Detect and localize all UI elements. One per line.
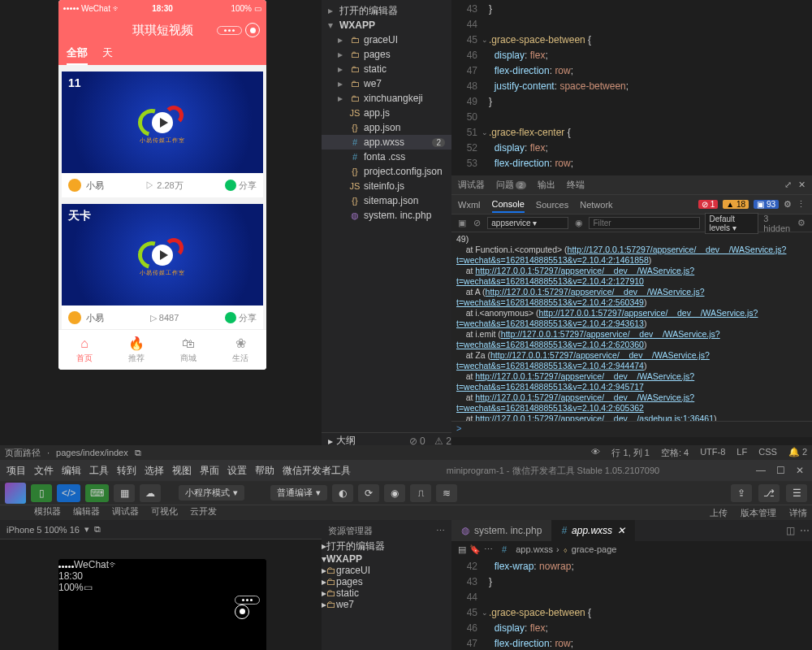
- visual-toggle[interactable]: ▦: [114, 484, 135, 502]
- tab-debugger[interactable]: 调试器: [458, 179, 485, 191]
- file-item[interactable]: JSapp.js: [322, 106, 451, 120]
- menu-item[interactable]: 编辑: [62, 464, 81, 478]
- levels-select[interactable]: Default levels ▾: [705, 213, 758, 234]
- section-root[interactable]: ▾WXAPP: [322, 18, 451, 32]
- panel-network[interactable]: Network: [580, 197, 612, 212]
- menu-item[interactable]: 界面: [200, 464, 219, 478]
- mode-select[interactable]: 小程序模式 ▾: [179, 485, 244, 500]
- file-item[interactable]: JSsiteinfo.js: [322, 179, 451, 193]
- menu-item[interactable]: 项目: [6, 464, 26, 478]
- split-icon[interactable]: ◫: [783, 525, 797, 536]
- expand-icon[interactable]: ⤢: [784, 180, 792, 190]
- menu-item[interactable]: 设置: [227, 464, 247, 478]
- info-badge[interactable]: ▣ 93: [754, 200, 779, 209]
- eye-icon[interactable]: ◉: [573, 218, 584, 228]
- menu-icon[interactable]: [217, 26, 242, 35]
- copy-icon[interactable]: ⧉: [135, 448, 141, 458]
- folder-item[interactable]: ▸🗀we7: [322, 599, 451, 610]
- menu-item[interactable]: 视图: [172, 464, 192, 478]
- folder-item[interactable]: ▸🗀static: [322, 587, 451, 599]
- more-icon[interactable]: ⋯: [797, 525, 812, 536]
- sidebar-toggle-icon[interactable]: ▣: [456, 218, 467, 228]
- more-icon[interactable]: ⋯: [436, 526, 445, 536]
- minimize-icon[interactable]: —: [755, 465, 767, 476]
- warn-badge[interactable]: ▲ 18: [723, 200, 749, 209]
- tab-terminal[interactable]: 终端: [567, 179, 585, 191]
- menu-item[interactable]: 文件: [34, 464, 54, 478]
- tab-output[interactable]: 输出: [538, 179, 555, 191]
- filter-input[interactable]: [589, 217, 700, 229]
- upload-button[interactable]: ⇪: [731, 484, 752, 502]
- devtools-panels[interactable]: Wxml Console Sources Network ⊘ 1 ▲ 18 ▣ …: [451, 195, 812, 214]
- wechat-icon[interactable]: [225, 312, 236, 323]
- folder-item[interactable]: ▸🗀pages: [322, 576, 451, 587]
- details-button[interactable]: ☰: [786, 484, 807, 502]
- bookmark-icon[interactable]: 🔖: [469, 544, 481, 555]
- bell-icon[interactable]: 🔔 2: [788, 447, 807, 459]
- gutter-icon[interactable]: ▤: [458, 544, 466, 555]
- eye-icon[interactable]: 👁: [591, 447, 600, 459]
- remote-debug-button[interactable]: ⎍: [410, 484, 431, 502]
- code-editor-2[interactable]: 42 flex-wrap: nowrap;43}4445⌄.grace-spac…: [451, 557, 812, 650]
- page-path[interactable]: pages/index/index: [56, 448, 128, 457]
- encoding[interactable]: UTF-8: [700, 447, 725, 459]
- compile-button[interactable]: ◐: [332, 484, 353, 502]
- file-explorer-2[interactable]: 资源管理器⋯ ▸打开的编辑器 ▾WXAPP ▸🗀graceUI▸🗀pages▸🗀…: [322, 520, 451, 650]
- tab-bar[interactable]: ⌂首页🔥推荐🛍商城❀生活: [58, 329, 266, 370]
- gear-icon[interactable]: ⚙: [784, 199, 792, 210]
- wechat-icon[interactable]: [225, 180, 236, 191]
- file-item[interactable]: {}sitemap.json: [322, 193, 451, 208]
- file-item[interactable]: #app.wxss2: [322, 135, 451, 150]
- section-open-editors[interactable]: ▸打开的编辑器: [322, 3, 451, 18]
- editor-toggle[interactable]: </>: [57, 484, 80, 502]
- folder-item[interactable]: ▸🗀we7: [322, 76, 451, 91]
- debugger-toggle[interactable]: ⌨: [85, 484, 109, 502]
- clear-cache-button[interactable]: ≋: [436, 484, 457, 502]
- tabbar-item[interactable]: ❀生活: [214, 330, 266, 370]
- version-button[interactable]: ⎇: [758, 484, 780, 502]
- tab-problems[interactable]: 问题2: [496, 179, 526, 191]
- toolbar[interactable]: ▯ </> ⌨ ▦ ☁ 小程序模式 ▾ 普通编译 ▾ ◐ ⟳ ◉ ⎍ ≋ ⇪ ⎇…: [0, 481, 812, 505]
- menu-item[interactable]: 转到: [117, 464, 136, 478]
- more-icon[interactable]: ⋮: [797, 199, 806, 210]
- devtools-panel[interactable]: 调试器 问题2 输出 终端 ⤢✕ Wxml Console Sources Ne…: [451, 176, 812, 437]
- avatar[interactable]: [68, 179, 81, 192]
- menu-item[interactable]: 选择: [145, 464, 164, 478]
- context-select[interactable]: appservice ▾: [487, 217, 568, 229]
- folder-item[interactable]: ▸🗀graceUI: [322, 565, 451, 576]
- gear-icon[interactable]: ⚙: [797, 218, 807, 228]
- refresh-button[interactable]: ⟳: [358, 484, 379, 502]
- maximize-icon[interactable]: ☐: [775, 465, 786, 476]
- folder-item[interactable]: ▸🗀pages: [322, 47, 451, 62]
- console-filter-bar[interactable]: ▣ ⊘ appservice ▾ ◉ Default levels ▾ 3 hi…: [451, 214, 812, 232]
- menu-bar[interactable]: 项目文件编辑工具转到选择视图界面设置帮助微信开发者工具 miniprogram-…: [0, 460, 812, 481]
- eol[interactable]: LF: [736, 447, 747, 459]
- panel-console[interactable]: Console: [492, 197, 525, 213]
- tab-all[interactable]: 全部: [67, 46, 88, 65]
- folder-item[interactable]: ▸🗀xinchuangkeji: [322, 91, 451, 106]
- video-card[interactable]: 天卡 小易传媒工作室 小易 ▷ 8487 分享: [62, 204, 263, 329]
- breadcrumb[interactable]: ▤ 🔖 ⋯ # app.wxss › ⬨ grace-page: [451, 541, 812, 557]
- file-explorer[interactable]: ▸打开的编辑器 ▾WXAPP ▸🗀graceUI▸🗀pages▸🗀static▸…: [322, 0, 451, 445]
- cloud-toggle[interactable]: ☁: [140, 484, 161, 502]
- console-prompt[interactable]: >: [451, 421, 812, 437]
- simulator-toggle[interactable]: ▯: [31, 484, 52, 502]
- menu-item[interactable]: 微信开发者工具: [283, 464, 351, 478]
- preview-button[interactable]: ◉: [384, 484, 405, 502]
- file-item[interactable]: {}project.config.json: [322, 164, 451, 179]
- close-icon[interactable]: [245, 23, 260, 37]
- more-icon[interactable]: ⋯: [484, 544, 493, 555]
- clear-icon[interactable]: ⊘: [472, 218, 482, 228]
- panel-wxml[interactable]: Wxml: [458, 197, 481, 212]
- avatar[interactable]: [68, 311, 81, 324]
- devtools-tabs[interactable]: 调试器 问题2 输出 终端 ⤢✕: [451, 176, 812, 195]
- code-editor[interactable]: 43}4445⌄.grace-space-between {46 display…: [451, 0, 812, 176]
- tabbar-item[interactable]: ⌂首页: [58, 330, 110, 370]
- tabbar-item[interactable]: 🛍商城: [162, 330, 214, 370]
- copy-icon[interactable]: ⧉: [94, 524, 101, 535]
- language[interactable]: CSS: [758, 447, 777, 459]
- folder-item[interactable]: ▸🗀static: [322, 62, 451, 76]
- folder-item[interactable]: ▸🗀graceUI: [322, 32, 451, 47]
- device-select[interactable]: iPhone 5 100% 16: [6, 525, 80, 535]
- close-icon[interactable]: ✕: [617, 525, 625, 536]
